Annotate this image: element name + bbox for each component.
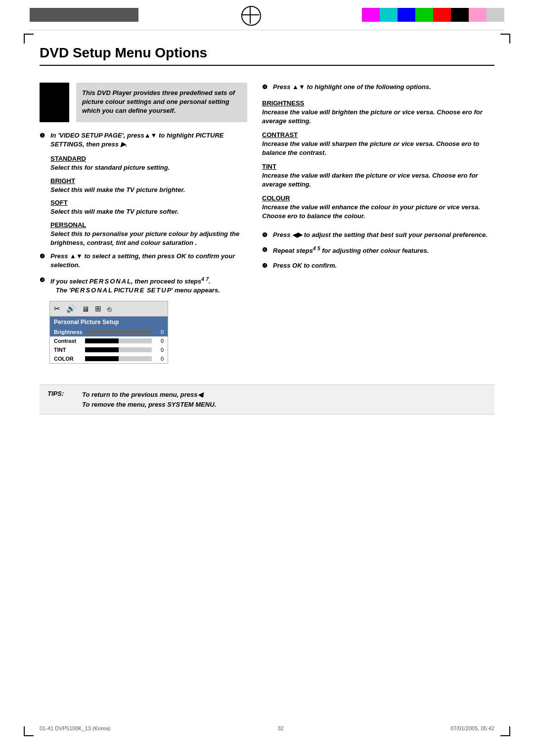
soft-heading: SOFT [50,199,247,206]
option-personal: PERSONAL Select this to personalise your… [50,221,247,247]
step-7: ❼ Press OK to confirm. [262,261,494,270]
crosshair-container [148,6,352,24]
personal-heading: PERSONAL [50,221,247,229]
contrast-desc: Increase the value will sharpen the pict… [262,140,494,157]
color-black [451,8,469,22]
black-square [40,83,69,122]
contrast-value: 0 [156,338,164,344]
brightness-label: Brightness [54,329,81,335]
step-6-text: Repeat steps4 5 for adjusting other colo… [273,247,429,254]
step-3-content: If you select PERSONAL, then proceed to … [50,276,247,295]
step-2-text: Press ▲▼ to select a setting, then press… [50,252,235,269]
color-pink [469,8,487,22]
step-4-content: Press ▲▼ to highlight one of the followi… [273,83,494,92]
step-7-content: Press OK to confirm. [273,261,494,270]
left-column: This DVD Player provides three predefine… [40,83,247,370]
step-7-num: ❼ [262,261,270,270]
grid-icon: ⊞ [95,304,101,313]
brightness-value: 0 [156,329,164,335]
crosshair-horizontal [241,14,259,15]
step-2-content: Press ▲▼ to select a setting, then press… [50,252,247,270]
step-5-content: Press ◀▶ to adjust the setting that best… [273,231,494,239]
color-blocks [362,8,504,22]
menu-item-contrast[interactable]: Contrast 0 [50,336,168,345]
gray-bar [30,8,138,22]
intro-text: This DVD Player provides three predefine… [82,89,241,116]
tint-bar-fill [85,347,119,352]
intro-background: This DVD Player provides three predefine… [76,83,247,122]
option-colour: COLOUR Increase the value will enhance t… [262,194,494,220]
step-2-num: ❷ [40,252,47,270]
step-5-text: Press ◀▶ to adjust the setting that best… [273,231,488,238]
color-value: 0 [156,356,164,362]
tint-desc: Increase the value will darken the pictu… [262,171,494,189]
menu-item-tint[interactable]: TINT 0 [50,345,168,354]
tint-bar-track [85,347,152,352]
standard-desc: Select this for standard picture setting… [50,163,247,172]
tint-value: 0 [156,347,164,353]
step-4: ❹ Press ▲▼ to highlight one of the follo… [262,83,494,92]
step-6: ❻ Repeat steps4 5 for adjusting other co… [262,245,494,256]
color-magenta [362,8,380,22]
bottom-footer: 01-41 DVP5100K_13 (Korea) 32 07/01/2005,… [0,720,534,736]
menu-item-color[interactable]: COLOR 0 [50,354,168,363]
color-lightgray [487,8,504,22]
footer-left: 01-41 DVP5100K_13 (Korea) [40,725,111,731]
step-7-text: Press OK to confirm. [273,262,337,269]
step-1-num: ❶ [40,131,47,149]
step-4-text: Press ▲▼ to highlight one of the followi… [273,83,431,91]
option-tint: TINT Increase the value will darken the … [262,163,494,189]
step-3-text: If you select PERSONAL, then proceed to … [50,278,211,285]
standard-heading: STANDARD [50,155,247,162]
footer-center: 32 [277,725,283,731]
tint-heading: TINT [262,163,494,170]
menu-item-brightness[interactable]: Brightness 0 [50,328,168,336]
contrast-bar-fill [85,338,119,343]
tips-line2: To remove the menu, press SYSTEM MENU. [82,400,216,410]
personal-desc: Select this to personalise your picture … [50,230,247,247]
option-soft: SOFT Select this will make the TV pictur… [50,199,247,216]
right-column: ❹ Press ▲▼ to highlight one of the follo… [262,83,494,370]
color-blue [398,8,415,22]
option-contrast: CONTRAST Increase the value will sharpen… [262,131,494,157]
footer-right: 07/01/2005, 05:42 [450,725,494,731]
contrast-label: Contrast [54,338,81,344]
step-5: ❺ Press ◀▶ to adjust the setting that be… [262,231,494,239]
menu-box-title: Personal Picture Setup [50,317,168,328]
color-red [433,8,451,22]
step-6-num: ❻ [262,245,270,256]
tips-section: TIPS: To return to the previous menu, pr… [40,384,494,415]
color-cyan [380,8,398,22]
colour-heading: COLOUR [262,194,494,202]
color-green [415,8,433,22]
step-3-num: ❸ [40,276,47,295]
step-1: ❶ In 'VIDEO SETUP PAGE', press▲▼ to high… [40,131,247,149]
step-6-content: Repeat steps4 5 for adjusting other colo… [273,245,494,256]
step-1-text: In 'VIDEO SETUP PAGE', press▲▼ to highli… [50,132,223,148]
color-bar-fill [85,356,119,361]
scissors-icon: ✂ [54,304,60,313]
exit-icon: ⎋ [107,305,112,313]
crosshair-icon [241,6,259,24]
colour-desc: Increase the value will enhance the colo… [262,203,494,220]
option-bright: BRIGHT Select this will make the TV pict… [50,177,247,194]
option-standard: STANDARD Select this for standard pictur… [50,155,247,172]
soft-desc: Select this will make the TV picture sof… [50,207,247,216]
screen-icon: 🖥 [82,305,89,313]
bright-desc: Select this will make the TV picture bri… [50,186,247,194]
tips-line1: To return to the previous menu, press◀. [82,390,216,400]
main-content: This DVD Player provides three predefine… [0,83,534,370]
speaker-icon: 🔊 [66,304,76,313]
bright-heading: BRIGHT [50,177,247,185]
step-2: ❷ Press ▲▼ to select a setting, then pre… [40,252,247,270]
brightness-heading: BRIGHTNESS [262,99,494,107]
tips-label: TIPS: [47,390,72,397]
tint-label: TINT [54,347,81,353]
step-5-num: ❺ [262,231,270,239]
intro-box: This DVD Player provides three predefine… [40,83,247,122]
color-label: COLOR [54,356,81,362]
option-brightness: BRIGHTNESS Increase the value will brigh… [262,99,494,125]
brightness-bar [85,330,152,334]
step-1-content: In 'VIDEO SETUP PAGE', press▲▼ to highli… [50,131,247,149]
step-4-num: ❹ [262,83,270,92]
